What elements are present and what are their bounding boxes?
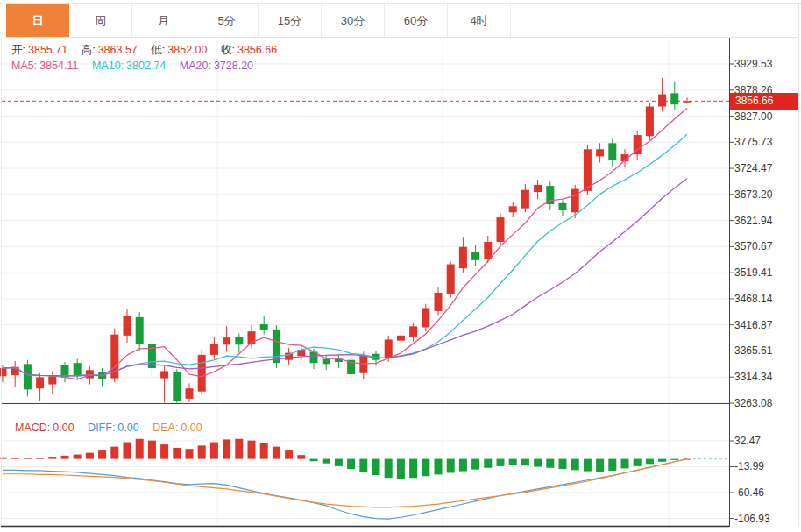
close-value: 3856.66 <box>237 44 277 56</box>
tab-60min[interactable]: 60分 <box>385 4 448 37</box>
period-tabbar: 日周月5分15分30分60分4时 <box>6 4 798 38</box>
macd-axis-label: -13.99 <box>734 460 764 472</box>
tab-30min[interactable]: 30分 <box>322 4 385 37</box>
ohlc-readout: 开:3855.71 高:3863.57 低:3852.00 收:3856.66 <box>11 43 280 58</box>
ma20-value: 3728.20 <box>214 60 253 72</box>
tab-monthly[interactable]: 月 <box>132 4 195 37</box>
tab-daily[interactable]: 日 <box>6 4 69 37</box>
close-label: 收: <box>221 44 235 56</box>
macd-label: MACD: <box>15 422 50 434</box>
ma10-value: 3802.74 <box>126 60 166 72</box>
high-value: 3863.57 <box>98 44 138 56</box>
open-label: 开: <box>11 44 25 56</box>
tab-4hour[interactable]: 4时 <box>448 4 511 37</box>
ma5-label: MA5: <box>11 60 37 72</box>
open-value: 3855.71 <box>28 44 67 56</box>
ma10-label: MA10: <box>92 60 124 72</box>
ma5-value: 3854.11 <box>39 60 78 72</box>
macd-axis-label: 32.47 <box>734 435 761 447</box>
tab-weekly[interactable]: 周 <box>69 4 132 37</box>
tab-15min[interactable]: 15分 <box>259 4 322 37</box>
diff-label: DIFF: <box>88 422 115 434</box>
macd-axis: 32.47-13.99-60.46-106.93 <box>729 0 801 532</box>
dea-value: 0.00 <box>181 422 202 434</box>
macd-axis-label: -60.46 <box>734 486 764 499</box>
ma-readout: MA5:3854.11 MA10:3802.74 MA20:3728.20 <box>11 60 256 72</box>
macd-axis-label: -106.93 <box>734 513 770 525</box>
macd-value: 0.00 <box>53 422 74 434</box>
chart-canvas[interactable] <box>0 0 801 532</box>
ma20-label: MA20: <box>180 60 211 72</box>
current-price-tag: 3856.66 <box>730 93 798 110</box>
low-value: 3852.00 <box>167 44 207 56</box>
high-label: 高: <box>82 44 96 56</box>
macd-readout: MACD:0.00 DIFF:0.00 DEA:0.00 <box>15 422 205 434</box>
kline-chart-widget: 日周月5分15分30分60分4时 开:3855.71 高:3863.57 低:3… <box>0 0 801 532</box>
tab-5min[interactable]: 5分 <box>195 4 259 37</box>
dea-label: DEA: <box>152 422 178 434</box>
diff-value: 0.00 <box>117 422 138 434</box>
low-label: 低: <box>151 44 165 56</box>
